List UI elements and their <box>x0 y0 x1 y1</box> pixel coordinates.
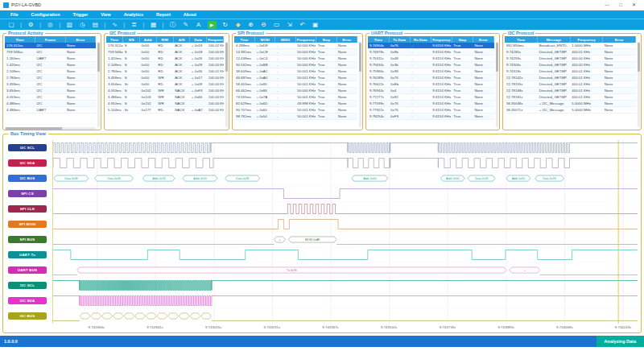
report-icon[interactable]: ▦ <box>147 19 159 30</box>
channel-badge-i2c-sda[interactable]: I2C SDA <box>8 159 47 167</box>
table-row[interactable]: 759.568usS0x50RDACK+ 0x1E100.00 KHz <box>106 49 224 56</box>
column-header-s-s[interactable]: S/S <box>123 36 140 43</box>
column-header-frequency[interactable]: Frequency <box>207 36 224 43</box>
channel-badge-i2c-bus[interactable]: I2C BUS <box>8 175 47 182</box>
column-header-frequency[interactable]: Frequency <box>570 36 603 43</box>
vertical-scrollbar[interactable] <box>225 42 228 127</box>
table-row[interactable]: 5.104msSr0x177RDNACK+ 0xA7100.00 KHz <box>106 107 224 114</box>
column-header-stop[interactable]: Stop <box>452 36 473 43</box>
table-row[interactable]: 22.78155sDirected_GETMP400.01 KHzNone <box>505 81 636 88</box>
table-row[interactable]: 9.74306sDirected_GETMP400.00 KHzNone <box>505 62 636 68</box>
text-cursor-icon[interactable]: A <box>192 19 205 30</box>
scrollbar-thumb[interactable] <box>6 127 62 130</box>
table-row[interactable]: 9.74293sDirected_GETMP400.00 KHzNone <box>505 56 636 62</box>
table-row[interactable]: 9.77277s0x92-9.6153 KHzTrueNone <box>368 94 494 101</box>
column-header-tx-data[interactable]: Tx Data <box>389 36 410 43</box>
save-icon[interactable]: ▤ <box>89 19 101 30</box>
table-row[interactable]: 3.458msI2CNone <box>5 81 96 88</box>
table-row[interactable]: 2.784msI2CNone <box>5 75 96 81</box>
table-row[interactable]: 759.568usI2CNone <box>5 49 96 56</box>
table-row[interactable]: 90.707ms+ 0x60-50.001 KHzTrueNone <box>234 107 357 114</box>
undo-icon[interactable]: ↶ <box>296 19 309 30</box>
table-row[interactable]: 4.486msI2CNone <box>5 101 96 107</box>
column-header-frequency[interactable]: Frequency <box>431 36 452 43</box>
channel-badge-spi-bus[interactable]: SPI BUS <box>8 236 47 243</box>
table-row[interactable]: 38.609ms+ 0xAC-50.001 KHzTrueNone <box>234 68 357 75</box>
scrollbar-thumb[interactable] <box>496 43 498 72</box>
close-button[interactable]: ✕ <box>632 0 636 10</box>
table-row[interactable]: 4.053msI2CNone <box>5 94 96 101</box>
table-row[interactable]: 176.312usS0x50RDACK+ 0x18100.02 KHz <box>106 43 224 49</box>
table-row[interactable]: 2.108msS0x50RDACK+ 0x28100.00 KHz <box>106 62 224 68</box>
scrollbar-thumb[interactable] <box>359 43 361 72</box>
column-header-error[interactable]: Error <box>65 36 96 43</box>
analytics-icon[interactable]: ∿ <box>108 19 121 30</box>
clock-icon[interactable]: ◷ <box>76 19 89 30</box>
table-row[interactable]: 3.458msS0x50WRACK+ 0x17100.00 KHz <box>106 75 224 81</box>
table-row[interactable]: 22.78142sDirected_GETMP400.01 KHzNone <box>505 75 636 81</box>
window-layout-icon[interactable]: ▣ <box>309 19 322 30</box>
channel-badge-i3c-sda[interactable]: I3C SDA <box>8 297 47 304</box>
menu-item-file[interactable]: File <box>5 12 23 17</box>
table-row[interactable]: 4.486msS0x103WRNACK+ 0x66100.00 KHz <box>106 94 224 101</box>
table-row[interactable]: 9.76944s0x4-9.6153 KHzTrueNone <box>368 88 494 94</box>
scrollbar-thumb[interactable] <box>225 43 228 72</box>
column-header-error[interactable]: Error <box>603 36 636 43</box>
table-row[interactable]: 9.74280sDirected_GETMP400.01 KHzNone <box>505 49 636 56</box>
table-row[interactable]: 4.486msUARTNone <box>5 107 96 114</box>
display-icon[interactable]: ▥ <box>63 19 76 30</box>
column-header-rx-data[interactable]: Rx Data <box>410 36 431 43</box>
table-row[interactable]: 36.35048s+ I2C_Message5.0000 MHzNone <box>505 101 636 107</box>
vertical-scrollbar[interactable] <box>638 42 640 127</box>
column-header-frame[interactable]: Frame <box>35 36 66 43</box>
channel-badge-i3c-bus[interactable]: I3C BUS <box>8 312 47 320</box>
table-row[interactable]: 98.781ms+ 0x54-50.001 KHzTrueNone <box>234 114 357 120</box>
menu-item-view[interactable]: View <box>95 12 116 17</box>
table-row[interactable]: 22.438ms+ 0xC4-50.000 KHzTrueNone <box>234 56 357 62</box>
menu-item-about[interactable]: About <box>178 12 202 17</box>
maximize-button[interactable]: □ <box>619 0 622 10</box>
table-row[interactable]: 22.78181sDirected_GETMP400.01 KHzNone <box>505 94 636 101</box>
menu-item-report[interactable]: Report <box>151 12 176 17</box>
table-row[interactable]: 9.74978s0x8b-9.6153 KHzTrueNone <box>368 49 494 56</box>
pencil-icon[interactable]: ✎ <box>180 19 192 30</box>
menu-item-trigger[interactable]: Trigger <box>68 12 94 17</box>
table-row[interactable]: 852.850msBroadcast_ENTD..1.0000 MHzNone <box>505 43 636 49</box>
table-row[interactable]: 66.462ms+ 0x86-50.000 KHzTrueNone <box>234 88 357 94</box>
column-header-miso[interactable]: MISO <box>275 36 295 43</box>
column-header-time[interactable]: Time <box>5 36 35 43</box>
table-row[interactable]: 9.77922s0x76-9.6153 KHzTrueNone <box>368 107 494 114</box>
column-header-r-w[interactable]: R/W <box>156 36 173 43</box>
column-header-time[interactable]: Time <box>106 36 123 43</box>
table-row[interactable]: 82.629ms+ 0x6D-49.998 KHzTrueNone <box>234 101 357 107</box>
scrollbar-thumb[interactable] <box>638 43 640 72</box>
channel-badge-uart-tx[interactable]: UART Tx <box>8 251 47 258</box>
table-row[interactable]: 14.381ms+ 0xCE-50.000 KHzTrueNone <box>234 49 357 56</box>
column-header-time[interactable]: Time <box>368 36 389 43</box>
run-icon[interactable]: ▶ <box>208 21 217 29</box>
table-row[interactable]: 30.532ms+ 0xBB-50.000 KHzTrueNone <box>234 62 357 68</box>
column-header-stop[interactable]: Stop <box>316 36 336 43</box>
table-row[interactable]: 3.654msI2CNone <box>5 88 96 94</box>
column-header-addr[interactable]: Addr <box>140 36 157 43</box>
table-row[interactable]: 9.75311s0x48-9.6153 KHzTrueNone <box>368 56 494 62</box>
column-header-data[interactable]: Data <box>190 36 207 43</box>
table-row[interactable]: 3.654msSr0x50RDACK+ 0x08100.00 KHz <box>106 81 224 88</box>
horizontal-scrollbar[interactable] <box>5 127 96 130</box>
channel-badge-spi-cs[interactable]: SPI CS <box>8 190 47 197</box>
waveform-area[interactable]: Data 0x08Data 0x26Addr 0x76Addr 0x50Data… <box>52 140 638 324</box>
table-row[interactable]: 9.76622s0xEb-9.6153 KHzTrueNone <box>368 81 494 88</box>
table-row[interactable]: 9.75966s0x98-9.6153 KHzTrueNone <box>368 68 494 75</box>
column-header-error[interactable]: Error <box>336 36 357 43</box>
zoom-in-icon[interactable]: ⊕ <box>245 19 258 30</box>
scrollbar-thumb[interactable] <box>97 43 100 72</box>
column-header-time[interactable]: Time <box>234 36 254 43</box>
settings-icon[interactable]: ⚙ <box>24 19 37 30</box>
table-row[interactable]: 46.687ms+ 0xA0-50.001 KHzTrueNone <box>234 75 357 81</box>
table-row[interactable]: 4.910msS0x152WRNACK-100.00 KHz <box>106 101 224 107</box>
table-row[interactable]: 6.298ms+ 0xD8-50.000 KHzTrueNone <box>234 43 357 49</box>
fit-screen-icon[interactable]: ⇲ <box>283 19 296 30</box>
table-row[interactable]: 1.420msS0x50RDACK+ 0x26100.00 KHz <box>106 56 224 62</box>
vertical-scrollbar[interactable] <box>97 42 100 127</box>
table-row[interactable]: 4.053msS0x102WRNACK+ 0xF3100.00 KHz <box>106 88 224 94</box>
